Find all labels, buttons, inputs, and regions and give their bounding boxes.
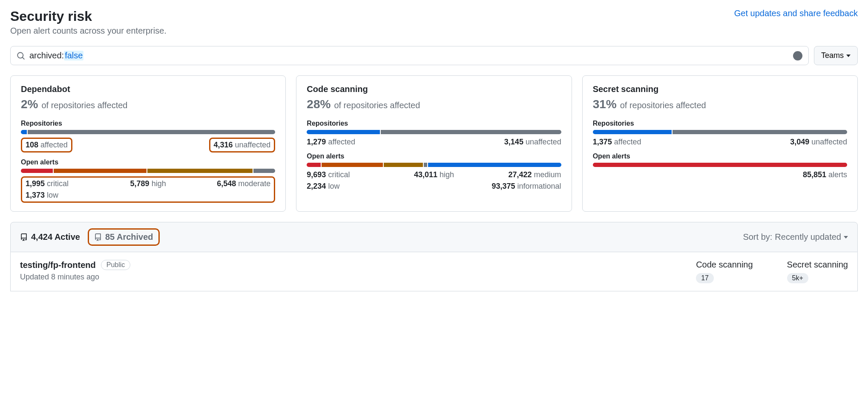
archived-label: Archived [117,232,153,242]
caret-down-icon [844,236,848,239]
dependabot-title: Dependabot [21,84,275,94]
dependabot-percent-suffix: of repositories affected [41,101,127,110]
repo-name[interactable]: testing/fp-frontend [20,260,96,270]
code-scanning-critical-lbl: critical [328,170,350,179]
page-subtitle: Open alert counts across your enterprise… [10,26,167,36]
dependabot-unaffected-lbl: unaffected [235,141,271,149]
code-scanning-percent-suffix: of repositories affected [334,101,420,110]
search-icon [17,52,25,60]
secret-scanning-affected-lbl: affected [614,138,641,146]
code-scanning-affected-num: 1,279 [307,138,326,146]
code-scanning-high-lbl: high [440,170,454,179]
secret-scanning-unaffected-lbl: unaffected [811,138,847,146]
repo-secret-scanning-label: Secret scanning [787,260,848,270]
repo-secret-scanning-count: 5k+ [787,273,808,283]
dependabot-high-lbl: high [152,179,166,188]
code-scanning-percent: 28% [307,98,331,111]
dependabot-critical-lbl: critical [47,179,69,188]
code-scanning-unaffected-lbl: unaffected [526,138,561,146]
code-scanning-alerts-label: Open alerts [307,152,561,160]
secret-scanning-total-num: 85,851 [803,170,826,179]
x-icon [795,53,800,58]
secret-scanning-percent-suffix: of repositories affected [620,101,706,110]
sort-dropdown[interactable]: Sort by: Recently updated [743,232,848,242]
caret-down-icon [846,55,851,57]
code-scanning-low-num: 2,234 [307,182,326,190]
code-scanning-high-num: 43,011 [414,170,437,179]
feedback-link[interactable]: Get updates and share feedback [734,9,858,18]
secret-scanning-repos-label: Repositories [593,120,847,127]
dependabot-affected-highlight[interactable]: 108 affected [21,138,72,152]
tab-active[interactable]: 4,424 Active [20,232,80,242]
search-input[interactable]: archived:false [10,46,809,65]
code-scanning-card: Code scanning 28% of repositories affect… [296,75,572,212]
visibility-badge: Public [101,260,131,270]
search-query-value: false [64,51,83,60]
repo-row[interactable]: testing/fp-frontend Public Updated 8 min… [10,252,858,291]
page-title: Security risk [10,9,167,24]
tab-archived[interactable]: 85 Archived [94,232,153,242]
secret-scanning-affected-num: 1,375 [593,138,612,146]
secret-scanning-card: Secret scanning 31% of repositories affe… [582,75,858,212]
dependabot-affected-num: 108 [26,141,38,149]
clear-search-button[interactable] [793,51,802,60]
dependabot-moderate-lbl: moderate [238,179,270,188]
dependabot-percent: 2% [21,98,38,111]
dependabot-unaffected-num: 4,316 [214,141,233,149]
archive-icon [94,233,102,242]
code-scanning-medium-num: 27,422 [508,170,532,179]
dependabot-moderate-num: 6,548 [217,179,236,188]
dependabot-repos-label: Repositories [21,120,275,127]
secret-scanning-percent: 31% [593,98,617,111]
code-scanning-info-num: 93,375 [491,182,515,190]
repo-icon [20,233,28,242]
dependabot-affected-lbl: affected [40,141,68,149]
archived-count: 85 [105,232,115,242]
code-scanning-affected-lbl: affected [328,138,355,146]
code-scanning-alerts-bar [307,163,561,167]
active-label: Active [55,232,80,242]
secret-scanning-title: Secret scanning [593,84,847,94]
active-count: 4,424 [31,232,52,242]
code-scanning-info-lbl: informational [517,182,561,190]
dependabot-unaffected-highlight[interactable]: 4,316 unaffected [209,138,276,152]
code-scanning-medium-lbl: medium [534,170,561,179]
repo-code-scanning-label: Code scanning [696,260,753,270]
secret-scanning-repos-bar [593,130,847,134]
dependabot-alerts-highlight[interactable]: 1,995 critical 5,789 high 6,548 moderate… [21,176,275,203]
search-query-key: archived: [29,51,64,60]
code-scanning-repos-bar [307,130,561,134]
repo-list-header: 4,424 Active 85 Archived Sort by: Recent… [10,222,858,252]
code-scanning-unaffected-num: 3,145 [504,138,523,146]
code-scanning-repos-label: Repositories [307,120,561,127]
tab-archived-highlight[interactable]: 85 Archived [88,228,160,246]
dependabot-low-num: 1,373 [26,191,45,199]
dependabot-card: Dependabot 2% of repositories affected R… [10,75,286,212]
sort-prefix: Sort by: [743,232,772,242]
sort-value: Recently updated [775,232,841,242]
dependabot-alerts-bar [21,169,275,173]
dependabot-high-num: 5,789 [130,179,149,188]
secret-scanning-unaffected-num: 3,049 [790,138,809,146]
dependabot-alerts-label: Open alerts [21,158,275,166]
teams-dropdown-button[interactable]: Teams [814,46,858,65]
code-scanning-critical-num: 9,693 [307,170,326,179]
teams-button-label: Teams [821,51,844,60]
repo-code-scanning-stat: Code scanning 17 [696,260,753,283]
secret-scanning-total-lbl: alerts [828,170,847,179]
secret-scanning-alerts-label: Open alerts [593,152,847,160]
code-scanning-low-lbl: low [328,182,339,190]
dependabot-low-lbl: low [47,191,58,199]
dependabot-repos-bar [21,130,275,134]
code-scanning-title: Code scanning [307,84,561,94]
dependabot-critical-num: 1,995 [26,179,45,188]
secret-scanning-alerts-bar [593,163,847,167]
repo-secret-scanning-stat: Secret scanning 5k+ [787,260,848,283]
repo-updated: Updated 8 minutes ago [20,273,130,282]
repo-code-scanning-count: 17 [696,273,714,283]
